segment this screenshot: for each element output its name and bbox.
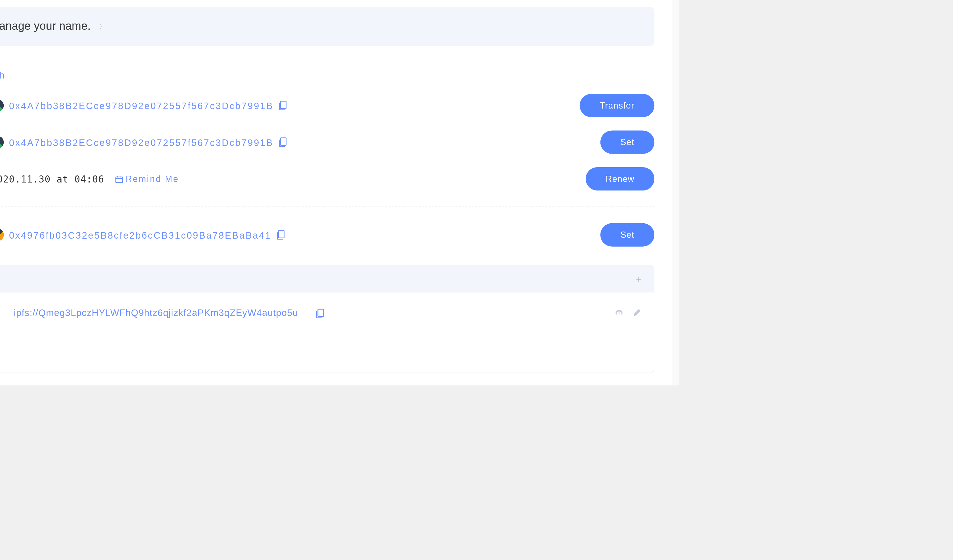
content-label: CONTENT [0, 308, 14, 318]
scrollbar[interactable] [672, 0, 679, 385]
svg-rect-20 [318, 309, 324, 316]
records-body: CONTENT ipfs://Qmeg3LpczHYLWFhQ9htz6qjiz… [0, 293, 654, 373]
calendar-icon [115, 175, 123, 183]
svg-rect-19 [278, 230, 284, 238]
transfer-button[interactable]: Transfer [580, 94, 654, 117]
copy-icon[interactable] [279, 101, 287, 110]
edit-icon[interactable] [632, 308, 641, 317]
registrant-address[interactable]: 0x4A7bb38B2ECce978D92e072557f567c3Dcb799… [9, 101, 273, 111]
registrant-value: 0x4A7bb38B2ECce978D92e072557f567c3Dcb799… [0, 99, 580, 112]
resolver-value: 0x4976fb03C32e5B8cfe2b6cCB31c09Ba78EBaBa… [0, 229, 600, 241]
address-avatar [0, 136, 4, 149]
copy-icon[interactable] [316, 308, 325, 318]
set-resolver-button[interactable]: Set [600, 223, 654, 246]
controller-value: 0x4A7bb38B2ECce978D92e072557f567c3Dcb799… [0, 136, 600, 149]
svg-rect-17 [281, 138, 286, 145]
expiration-value: 2020.11.30 at 04:06 Remind Me [0, 174, 586, 184]
remind-me-link[interactable]: Remind Me [115, 174, 179, 184]
copy-icon[interactable] [276, 230, 285, 240]
controller-address[interactable]: 0x4A7bb38B2ECce978D92e072557f567c3Dcb799… [9, 137, 273, 148]
add-record-icon[interactable]: + [636, 273, 643, 285]
banner-text: Learn how to manage your name. [0, 20, 90, 33]
content-value[interactable]: ipfs://Qmeg3LpczHYLWFhQ9htz6qjizkf2aPKm3… [14, 307, 613, 318]
chevron-right-icon: 〉 [98, 21, 106, 32]
resolver-address[interactable]: 0x4976fb03C32e5B8cfe2b6cCB31c09Ba78EBaBa… [9, 230, 272, 240]
svg-rect-16 [281, 101, 286, 108]
set-controller-button[interactable]: Set [600, 131, 654, 154]
expiration-date: 2020.11.30 at 04:06 [0, 174, 104, 184]
info-banner[interactable]: Learn how to manage your name. 〉 [0, 8, 654, 46]
copy-icon[interactable] [279, 137, 287, 147]
upload-icon[interactable] [613, 308, 624, 317]
renew-button[interactable]: Renew [586, 167, 654, 190]
main-content: jitsejan.eth Registrant Register Details… [0, 0, 679, 385]
address-avatar [0, 229, 4, 241]
separator [0, 207, 654, 207]
parent-value[interactable]: eth [0, 70, 654, 81]
svg-rect-18 [115, 176, 122, 182]
records-header[interactable]: RECORDS + [0, 265, 654, 292]
address-avatar [0, 99, 4, 112]
